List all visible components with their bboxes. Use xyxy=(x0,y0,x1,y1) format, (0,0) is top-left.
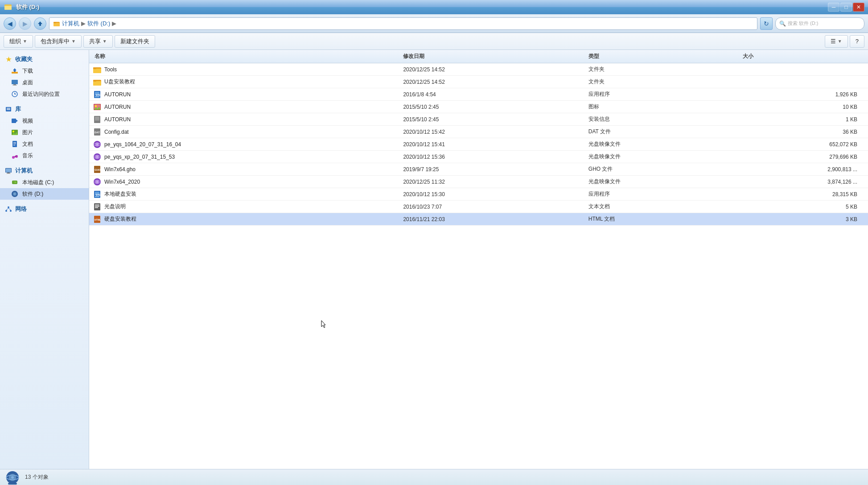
sidebar-item-drive-d[interactable]: 软件 (D:) xyxy=(0,188,89,200)
sidebar: ★ 收藏夹 下载 桌面 最近访问的位置 xyxy=(0,50,89,469)
sidebar-item-docs[interactable]: 文档 xyxy=(0,138,89,150)
sidebar-section-computer: 计算机 本地磁盘 (C:) 软件 (D:) xyxy=(0,165,89,200)
file-modified: 2020/12/25 11:32 xyxy=(401,178,586,186)
file-name-cell: GHO Win7x64.gho xyxy=(93,165,401,174)
table-row[interactable]: pe_yqs_xp_20_07_31_15_53 2020/10/12 15:3… xyxy=(89,151,868,163)
sidebar-item-video[interactable]: 视频 xyxy=(0,115,89,127)
table-row[interactable]: DAT Config.dat 2020/10/12 15:42 DAT 文件 3… xyxy=(89,126,868,138)
svg-point-73 xyxy=(96,181,98,183)
address-path[interactable]: 计算机 ▶ 软件 (D:) ▶ xyxy=(49,17,757,30)
minimize-button[interactable]: ─ xyxy=(828,3,839,12)
svg-point-23 xyxy=(12,156,15,159)
back-button[interactable]: ◀ xyxy=(4,17,16,30)
file-list[interactable]: 名称 修改日期 类型 大小 Tools 2020/12/25 14:52 文件夹… xyxy=(89,50,868,469)
organize-label: 组织 xyxy=(9,37,21,45)
svg-rect-21 xyxy=(13,144,16,144)
file-modified: 2015/5/10 2:45 xyxy=(401,115,586,123)
include-library-button[interactable]: 包含到库中 ▼ xyxy=(35,35,82,48)
organize-button[interactable]: 组织 ▼ xyxy=(4,35,33,48)
svg-rect-20 xyxy=(13,142,16,143)
new-folder-button[interactable]: 新建文件夹 xyxy=(115,35,155,48)
file-modified: 2020/12/25 14:52 xyxy=(401,66,586,74)
sidebar-item-images[interactable]: 图片 xyxy=(0,127,89,138)
svg-rect-3 xyxy=(53,23,60,26)
view-icon: ☰ xyxy=(831,38,836,45)
file-size: 279,696 KB xyxy=(741,153,864,161)
svg-rect-22 xyxy=(13,145,15,145)
downloads-label: 下载 xyxy=(22,67,33,75)
refresh-button[interactable]: ↻ xyxy=(760,17,773,30)
svg-point-37 xyxy=(5,210,7,212)
desktop-label: 桌面 xyxy=(22,79,33,86)
up-button[interactable] xyxy=(34,17,46,30)
file-size: 36 KB xyxy=(741,128,864,136)
up-icon xyxy=(37,21,43,27)
path-computer[interactable]: 计算机 xyxy=(62,20,79,28)
titlebar-icon xyxy=(4,3,12,12)
sidebar-item-desktop[interactable]: 桌面 xyxy=(0,77,89,88)
addressbar: ◀ ▶ 计算机 ▶ 软件 (D:) ▶ ↻ 🔍 搜索 软件 (D:) xyxy=(0,14,868,33)
svg-rect-4 xyxy=(53,22,56,23)
sidebar-header-computer[interactable]: 计算机 xyxy=(0,165,89,177)
file-name-cell: Tools xyxy=(93,65,401,74)
sidebar-item-downloads[interactable]: 下载 xyxy=(0,65,89,77)
file-name-text: 本地硬盘安装 xyxy=(104,190,136,198)
forward-button[interactable]: ▶ xyxy=(19,17,31,30)
table-row[interactable]: GHO Win7x64.gho 2019/9/7 19:25 GHO 文件 2,… xyxy=(89,163,868,176)
help-icon: ? xyxy=(856,38,859,45)
svg-rect-57 xyxy=(95,118,99,119)
file-name-cell: EXE 本地硬盘安装 xyxy=(93,190,401,199)
search-box[interactable]: 🔍 搜索 软件 (D:) xyxy=(775,17,864,30)
sidebar-header-network[interactable]: 网络 xyxy=(0,203,89,215)
sidebar-item-recent[interactable]: 最近访问的位置 xyxy=(0,88,89,100)
svg-rect-81 xyxy=(95,206,99,207)
column-type[interactable]: 类型 xyxy=(587,52,741,61)
file-icon xyxy=(93,103,102,111)
sidebar-header-library[interactable]: 库 xyxy=(0,103,89,115)
view-button[interactable]: ☰ ▼ xyxy=(825,35,848,48)
downloads-icon xyxy=(11,67,19,75)
file-size: 3,874,126 ... xyxy=(741,178,864,186)
svg-rect-49 xyxy=(95,96,99,97)
path-drive[interactable]: 软件 (D:) xyxy=(87,20,110,28)
images-label: 图片 xyxy=(22,129,33,136)
svg-point-32 xyxy=(13,182,14,183)
svg-text:GHO: GHO xyxy=(95,169,101,171)
file-name-text: Tools xyxy=(104,66,117,73)
maximize-button[interactable]: □ xyxy=(840,3,852,12)
sidebar-section-library: 库 视频 图片 文档 xyxy=(0,103,89,161)
table-row[interactable]: Win7x64_2020 2020/12/25 11:32 光盘映像文件 3,8… xyxy=(89,176,868,188)
file-modified: 2016/11/21 22:03 xyxy=(401,215,586,223)
svg-point-67 xyxy=(96,156,98,158)
table-row[interactable]: Tools 2020/12/25 14:52 文件夹 xyxy=(89,63,868,76)
file-name-text: Win7x64.gho xyxy=(104,166,136,173)
file-type: 光盘映像文件 xyxy=(587,152,741,161)
svg-point-87 xyxy=(11,476,14,479)
svg-rect-14 xyxy=(12,119,16,123)
help-button[interactable]: ? xyxy=(850,35,864,48)
table-row[interactable]: 光盘说明 2016/10/23 7:07 文本文档 5 KB xyxy=(89,201,868,213)
table-row[interactable]: EXE 本地硬盘安装 2020/10/12 15:30 应用程序 28,315 … xyxy=(89,188,868,201)
drive-d-icon xyxy=(11,190,19,198)
table-row[interactable]: EXE AUTORUN 2016/1/8 4:54 应用程序 1,926 KB xyxy=(89,88,868,101)
svg-point-35 xyxy=(14,193,16,195)
table-row[interactable]: pe_yqs_1064_20_07_31_16_04 2020/10/12 15… xyxy=(89,138,868,151)
recent-label: 最近访问的位置 xyxy=(22,90,60,98)
table-row[interactable]: AUTORUN 2015/5/10 2:45 安装信息 1 KB xyxy=(89,113,868,126)
column-size[interactable]: 大小 xyxy=(741,52,864,61)
docs-label: 文档 xyxy=(22,140,33,148)
table-row[interactable]: HTML 硬盘安装教程 2016/11/21 22:03 HTML 文档 3 K… xyxy=(89,213,868,226)
file-type: 光盘映像文件 xyxy=(587,177,741,186)
sidebar-header-favorites[interactable]: ★ 收藏夹 xyxy=(0,53,89,65)
sidebar-item-music[interactable]: 音乐 xyxy=(0,150,89,161)
table-row[interactable]: U盘安装教程 2020/12/25 14:52 文件夹 xyxy=(89,76,868,88)
share-button[interactable]: 共享 ▼ xyxy=(83,35,113,48)
titlebar: 软件 (D:) ─ □ ✕ xyxy=(0,0,868,14)
svg-text:DAT: DAT xyxy=(95,131,100,134)
column-name[interactable]: 名称 xyxy=(93,52,401,61)
sidebar-item-drive-c[interactable]: 本地磁盘 (C:) xyxy=(0,177,89,188)
svg-point-38 xyxy=(10,210,12,212)
table-row[interactable]: AUTORUN 2015/5/10 2:45 图标 10 KB xyxy=(89,101,868,113)
column-modified[interactable]: 修改日期 xyxy=(401,52,586,61)
close-button[interactable]: ✕ xyxy=(853,3,864,12)
